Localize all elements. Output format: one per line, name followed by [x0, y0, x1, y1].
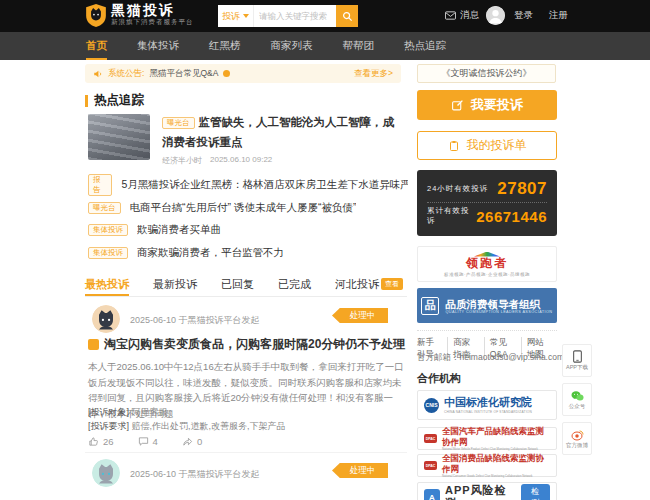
complaint-stats: 26 4 0 [88, 436, 202, 447]
status-badge: 处理中 [332, 463, 388, 478]
partner-cnis-banner[interactable]: CNIS 中国标准化研究院 CHINA NATIONAL INSTITUTE O… [417, 390, 557, 420]
tab-hebei-label: 河北投诉 [335, 277, 379, 292]
comment-button[interactable]: 4 [138, 436, 158, 447]
search-button[interactable] [336, 5, 358, 27]
register-link[interactable]: 注册 [549, 9, 568, 22]
like-count: 26 [103, 436, 114, 447]
file-complaint-label: 我要投诉 [471, 96, 523, 114]
complaint-title-row[interactable]: 淘宝闪购售卖变质食品，闪购客服时隔20分钟仍不予处理 [88, 336, 408, 353]
featured-topic-thumbnail[interactable] [88, 114, 150, 160]
stat-24h-label: 24小时有效投诉 [427, 184, 488, 194]
partner-vehicle-defect-banner[interactable]: DPAC 全国汽车产品缺陷线索监测协作网 National Motor Vehi… [417, 427, 557, 450]
file-complaint-button[interactable]: 我要投诉 [417, 90, 557, 120]
announcement-more-link[interactable]: 查看更多> [354, 68, 393, 80]
stat-total-value: 26671446 [476, 208, 547, 225]
site-logo[interactable]: 黑猫投诉 新浪旗下消费者服务平台 [86, 3, 194, 27]
covenant-button[interactable]: 《文明诚信投诉公约》 [417, 64, 556, 83]
messages-link[interactable]: 消息 [445, 9, 479, 22]
tab-completed[interactable]: 已完成 [278, 277, 311, 296]
rainbow-roof-icon [474, 252, 500, 257]
hot-topic-item[interactable]: 报告 5月黑猫投诉企业红黑榜：格林酒店双床房卫生差下水道异味严... [88, 174, 408, 197]
comment-icon [138, 436, 149, 447]
search-category-label: 投诉 [222, 10, 240, 23]
dpac-logo-icon: DPAC [424, 434, 437, 443]
envelope-icon [445, 11, 456, 20]
rail-label: 公众号 [569, 403, 586, 410]
cat-avatar-icon [92, 459, 120, 487]
topic-title: 5月黑猫投诉企业红黑榜：格林酒店双床房卫生差下水道异味严... [121, 178, 408, 192]
rail-label: APP下载 [566, 364, 588, 371]
demand-value: 赔偿,作出处罚,道歉,改善服务,下架产品 [132, 421, 286, 431]
complaint-meta: 2025-06-10 于黑猫投诉平台发起 [130, 468, 260, 481]
rail-label: 官方微博 [566, 442, 588, 449]
rail-official-weibo[interactable]: 官方微博 [562, 422, 592, 455]
partner-consumer-goods-banner[interactable]: DPAC 全国消费品缺陷线索监测协作网 National Consumer Go… [417, 454, 557, 477]
hot-topic-item[interactable]: 曝光台 电商平台搞“先用后付” 诱使未成年人屡屡“被负债” [88, 197, 408, 220]
rail-app-download[interactable]: APP下载 [562, 344, 592, 377]
featured-topic-meta: 经济半小时 2025.06.10 09:22 [162, 155, 272, 166]
rail-wechat-account[interactable]: 公众号 [562, 383, 592, 416]
system-announcement-bar: 系统公告: 黑猫平台常见Q&A 查看更多> [85, 64, 401, 83]
like-button[interactable]: 26 [88, 436, 114, 447]
user-avatar[interactable] [486, 6, 505, 25]
hot-badge-icon [223, 70, 230, 77]
tab-hottest[interactable]: 最热投诉 [85, 277, 129, 296]
featured-source: 经济半小时 [162, 155, 202, 166]
complaint-stats-box: 24小时有效投诉 27807 累计有效投诉 26671446 [417, 170, 557, 236]
share-button[interactable]: 0 [182, 436, 202, 447]
complaint-type-icon [88, 339, 99, 350]
nav-item-merchants[interactable]: 商家列表 [271, 32, 313, 60]
quality-logo-icon: 品 [421, 297, 439, 315]
app-risk-check-banner[interactable]: A APP风险检测 检测 [417, 482, 557, 500]
brand-title: 黑猫投诉 [111, 3, 194, 18]
nav-item-home[interactable]: 首页 [86, 32, 107, 60]
hot-topic-item[interactable]: 集体投诉 欺骗消费者买单曲 [88, 219, 408, 242]
tab-view-badge: 查看 [381, 278, 403, 290]
login-link[interactable]: 登录 [514, 9, 533, 22]
sidebar-divider [417, 330, 557, 331]
nav-item-hotspots[interactable]: 热点追踪 [404, 32, 446, 60]
complaint-meta: 2025-06-10 于黑猫投诉平台发起 [130, 314, 260, 327]
cnis-logo-icon: CNIS [424, 398, 439, 413]
tab-replied[interactable]: 已回复 [221, 277, 254, 296]
search-category-dropdown[interactable]: 投诉 [218, 5, 254, 27]
hot-topic-item[interactable]: 集体投诉 商家欺骗消费者，平台监管不力 [88, 242, 408, 265]
hot-topics-section-title: 热点追踪 [85, 92, 144, 109]
app-check-title: APP风险检测 [445, 484, 516, 500]
app-check-button[interactable]: 检测 [521, 484, 550, 500]
share-count: 0 [197, 436, 202, 447]
search-input[interactable] [254, 5, 336, 27]
tab-newest[interactable]: 最新投诉 [153, 277, 197, 296]
phone-icon [572, 350, 583, 363]
hot-topics-list: 报告 5月黑猫投诉企业红黑榜：格林酒店双床房卫生差下水道异味严... 曝光台 电… [88, 174, 408, 264]
quality-consumption-banner[interactable]: 品 品质消费领导者组织 QUALITY COMSUMPTION LEADERS … [417, 288, 557, 323]
weibo-icon [571, 429, 584, 441]
app-check-logo-icon: A [424, 489, 440, 500]
topic-title: 电商平台搞“先用后付” 诱使未成年人屡屡“被负债” [130, 201, 357, 215]
section-bar-icon [85, 95, 88, 107]
nav-item-redblack[interactable]: 红黑榜 [209, 32, 241, 60]
complaint-title: 淘宝闪购售卖变质食品，闪购客服时隔20分钟仍不予处理 [104, 336, 405, 353]
complainant-avatar[interactable] [92, 459, 120, 487]
email-label: 官方邮箱： [417, 352, 460, 362]
leader-program-banner[interactable]: 领跑者 标准领跑·产品领跑·企业领跑·品牌领跑 [417, 246, 557, 282]
card-divider [85, 452, 407, 453]
complaint-target-row: [投诉对象] 阿里客服 [88, 406, 168, 419]
partner-title: 全国消费品缺陷线索监测协作网 [442, 453, 550, 473]
nav-item-helpgroup[interactable]: 帮帮团 [343, 32, 375, 60]
blackcat-shield-icon [86, 4, 106, 27]
status-badge: 处理中 [332, 308, 388, 323]
my-complaints-button[interactable]: 我的投诉单 [417, 131, 557, 160]
tab-hebei[interactable]: 河北投诉 查看 [335, 277, 403, 296]
thumbs-up-icon [88, 436, 99, 447]
target-label: [投诉对象] [88, 407, 129, 417]
nav-item-collective[interactable]: 集体投诉 [137, 32, 179, 60]
partner-title: 中国标准化研究院 [444, 396, 532, 409]
quality-subtitle: QUALITY COMSUMPTION LEADERS ASSOCIATION [445, 310, 552, 314]
quality-title: 品质消费领导者组织 [445, 298, 552, 310]
complainant-avatar[interactable] [92, 305, 120, 333]
official-email-row: 官方邮箱：heimaotousu@vip.sina.com [417, 352, 564, 364]
featured-topic-title[interactable]: 监管缺失，人工智能沦为人工智障，成消费者投诉重点 [162, 116, 394, 148]
announcement-text[interactable]: 黑猫平台常见Q&A [149, 68, 218, 80]
heimao-complaint-homepage: 黑猫投诉 新浪旗下消费者服务平台 投诉 消息 [0, 0, 650, 500]
